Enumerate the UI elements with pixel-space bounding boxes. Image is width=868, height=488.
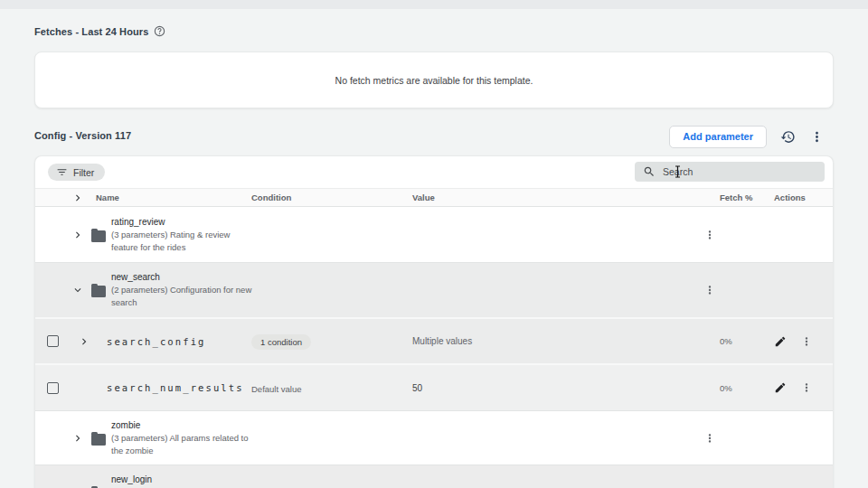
- config-actions: Add parameter: [669, 125, 825, 148]
- header-fetch: Fetch %: [720, 192, 774, 202]
- row-menu-icon[interactable]: [800, 335, 813, 348]
- expand-all-chevron-icon[interactable]: [71, 192, 84, 204]
- group-description: (3 parameters) All params related to: [111, 432, 623, 445]
- chevron-right-icon[interactable]: [78, 335, 90, 348]
- parameter-name: search_num_results: [93, 382, 251, 393]
- group-name: rating_review: [111, 216, 623, 229]
- fetch-percent: 0%: [720, 336, 774, 346]
- folder-icon: [91, 230, 106, 242]
- filter-label: Filter: [73, 167, 94, 178]
- group-name: new_login: [111, 474, 623, 486]
- group-description: (3 parameters) Rating & review: [111, 229, 623, 241]
- header-value: Value: [412, 192, 720, 202]
- add-parameter-button[interactable]: Add parameter: [669, 126, 767, 148]
- search-field-wrap: [635, 162, 825, 182]
- folder-icon: [91, 434, 106, 446]
- group-description: search: [111, 296, 623, 309]
- row-menu-icon[interactable]: [703, 229, 716, 241]
- group-description: feature for the rides: [111, 241, 623, 254]
- group-name: zombie: [111, 419, 623, 432]
- condition-chip: 1 condition: [251, 334, 311, 350]
- parameter-name: search_config: [93, 336, 251, 347]
- group-description: (2 parameters) Configuration for new: [111, 284, 623, 296]
- fetches-section-title: Fetches - Last 24 Hours: [34, 25, 165, 37]
- version-history-icon[interactable]: [779, 128, 796, 145]
- table-row-param-search-num-results[interactable]: search_num_results Default value 50 0%: [35, 363, 833, 410]
- row-menu-icon[interactable]: [703, 432, 716, 445]
- parameter-value: Multiple values: [412, 336, 720, 346]
- group-description: the zombie: [111, 445, 623, 457]
- table-row-param-search-config[interactable]: search_config 1 condition Multiple value…: [35, 317, 833, 363]
- chevron-right-icon[interactable]: [71, 229, 84, 241]
- edit-icon[interactable]: [774, 335, 787, 348]
- group-name: new_search: [111, 271, 623, 284]
- folder-icon: [91, 286, 106, 297]
- condition-text: Default value: [251, 384, 301, 394]
- header-condition: Condition: [251, 192, 412, 202]
- empty-message: No fetch metrics are available for this …: [335, 75, 533, 86]
- row-menu-icon[interactable]: [703, 284, 716, 296]
- row-checkbox[interactable]: [47, 382, 59, 394]
- table-header-row: Name Condition Value Fetch % Actions: [35, 188, 833, 207]
- filter-button[interactable]: Filter: [48, 164, 105, 181]
- table-toolbar: Filter: [35, 156, 833, 188]
- fetch-percent: 0%: [720, 383, 774, 393]
- text-cursor-icon: [675, 165, 681, 178]
- row-checkbox[interactable]: [47, 335, 59, 347]
- table-row-group-new-login[interactable]: new_login: [35, 465, 833, 488]
- search-input[interactable]: [635, 162, 825, 182]
- config-title-text: Config - Version 117: [34, 130, 131, 141]
- fetches-title-text: Fetches - Last 24 Hours: [34, 26, 148, 37]
- search-icon: [643, 165, 656, 178]
- top-band: [0, 0, 868, 9]
- edit-icon[interactable]: [774, 381, 787, 394]
- header-name: Name: [93, 192, 251, 202]
- chevron-down-icon[interactable]: [71, 284, 84, 296]
- chevron-right-icon[interactable]: [71, 432, 84, 445]
- table-row-group-rating-review[interactable]: rating_review (3 parameters) Rating & re…: [35, 207, 833, 262]
- table-row-group-zombie[interactable]: zombie (3 parameters) All params related…: [35, 410, 833, 465]
- overflow-menu-icon[interactable]: [808, 128, 825, 145]
- parameter-value: 50: [412, 383, 720, 393]
- header-actions: Actions: [774, 192, 834, 202]
- table-row-group-new-search[interactable]: new_search (2 parameters) Configuration …: [35, 262, 833, 317]
- config-section-title: Config - Version 117: [34, 130, 131, 141]
- help-icon[interactable]: [154, 25, 165, 37]
- fetch-metrics-empty-card: No fetch metrics are available for this …: [34, 52, 834, 108]
- row-menu-icon[interactable]: [800, 381, 813, 394]
- parameters-table-card: Filter Name Condition Value Fetch % Acti…: [34, 155, 834, 488]
- filter-icon: [56, 166, 68, 178]
